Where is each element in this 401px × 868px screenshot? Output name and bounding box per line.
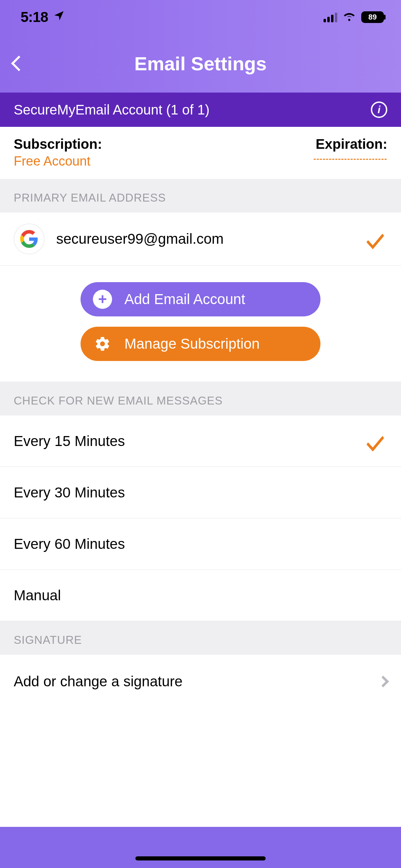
- status-right: 89: [324, 11, 384, 24]
- battery-percent: 89: [368, 13, 377, 22]
- interval-label: Every 30 Minutes: [14, 484, 125, 501]
- section-header-text: PRIMARY EMAIL ADDRESS: [14, 191, 387, 204]
- primary-email-row[interactable]: secureuser99@gmail.com: [0, 213, 401, 266]
- expiration-info: Expiration: ------------------------: [313, 136, 387, 169]
- home-indicator[interactable]: [135, 856, 266, 860]
- wifi-icon: [343, 11, 356, 24]
- navigation-bar: Email Settings: [0, 34, 401, 93]
- info-button[interactable]: i: [371, 101, 387, 118]
- chevron-right-icon: [377, 676, 389, 687]
- interval-option-30[interactable]: Every 30 Minutes: [0, 467, 401, 518]
- primary-email-address: secureuser99@gmail.com: [56, 231, 352, 247]
- interval-label: Manual: [14, 587, 61, 604]
- expiration-label: Expiration:: [313, 136, 387, 152]
- battery-icon: 89: [361, 11, 384, 23]
- status-time: 5:18: [21, 9, 48, 25]
- interval-label: Every 60 Minutes: [14, 536, 125, 552]
- section-header-text: CHECK FOR NEW EMAIL MESSAGES: [14, 394, 387, 407]
- account-banner-text: SecureMyEmail Account (1 of 1): [14, 102, 209, 118]
- account-banner: SecureMyEmail Account (1 of 1) i: [0, 93, 401, 127]
- section-header-primary-email: PRIMARY EMAIL ADDRESS: [0, 179, 401, 213]
- interval-option-60[interactable]: Every 60 Minutes: [0, 518, 401, 570]
- add-email-account-button[interactable]: + Add Email Account: [81, 282, 320, 316]
- location-icon: [53, 10, 65, 25]
- back-button[interactable]: [7, 51, 31, 75]
- chevron-left-icon: [11, 56, 26, 71]
- gear-icon: [93, 334, 112, 353]
- add-email-label: Add Email Account: [124, 291, 245, 308]
- subscription-row: Subscription: Free Account Expiration: -…: [0, 127, 401, 179]
- section-header-check-interval: CHECK FOR NEW EMAIL MESSAGES: [0, 382, 401, 415]
- signature-label: Add or change a signature: [14, 673, 183, 690]
- interval-label: Every 15 Minutes: [14, 433, 125, 449]
- manage-subscription-label: Manage Subscription: [124, 336, 260, 352]
- google-icon: [14, 224, 45, 254]
- status-bar: 5:18 89: [0, 0, 401, 34]
- interval-option-manual[interactable]: Manual: [0, 570, 401, 621]
- info-icon: i: [378, 104, 380, 116]
- interval-option-15[interactable]: Every 15 Minutes: [0, 415, 401, 467]
- cellular-icon: [324, 12, 337, 22]
- status-left: 5:18: [21, 9, 65, 25]
- page-title: Email Settings: [134, 52, 267, 75]
- subscription-info: Subscription: Free Account: [14, 136, 102, 169]
- footer-bar: [0, 827, 401, 868]
- subscription-value: Free Account: [14, 154, 102, 169]
- section-header-text: SIGNATURE: [14, 634, 387, 647]
- manage-subscription-button[interactable]: Manage Subscription: [81, 327, 320, 361]
- selected-check-icon: [363, 433, 387, 450]
- plus-icon: +: [93, 290, 112, 309]
- signature-row[interactable]: Add or change a signature: [0, 655, 401, 708]
- selected-check-icon: [363, 230, 387, 248]
- subscription-label: Subscription:: [14, 136, 102, 152]
- expiration-value: ------------------------: [313, 154, 387, 164]
- section-header-signature: SIGNATURE: [0, 621, 401, 655]
- action-buttons: + Add Email Account Manage Subscription: [0, 266, 401, 382]
